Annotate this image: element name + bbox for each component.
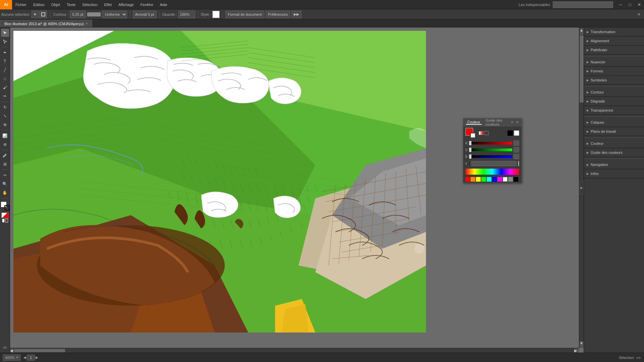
color-spectrum[interactable] bbox=[465, 169, 519, 175]
style-preview[interactable] bbox=[212, 11, 220, 18]
tool-direct-selection[interactable] bbox=[1, 38, 9, 46]
doc-format-btn[interactable]: Format de document bbox=[225, 11, 264, 18]
tool-paintbrush[interactable]: 🖌 bbox=[1, 83, 9, 92]
swatch-yellow[interactable] bbox=[476, 177, 481, 182]
page-prev-btn[interactable]: ◀ bbox=[23, 356, 26, 359]
swatch-black2[interactable] bbox=[514, 177, 518, 182]
r-slider[interactable] bbox=[469, 142, 512, 144]
tool-warp[interactable]: ⊕ bbox=[1, 121, 9, 129]
menu-edition[interactable]: Edition bbox=[30, 0, 48, 9]
alignement-header[interactable]: ▶ Alignement bbox=[584, 37, 644, 45]
canvas-area[interactable]: ▲ ▼ ◀ ▶ Couleur Guide des couleurs ≡ ✕ bbox=[10, 27, 584, 353]
fill-stroke-selector[interactable] bbox=[0, 201, 10, 210]
maximize-button[interactable]: □ bbox=[625, 0, 635, 9]
tool-scissors[interactable]: ✂ bbox=[1, 171, 9, 179]
menu-fichier[interactable]: Fichier bbox=[12, 0, 30, 9]
h-scroll-thumb[interactable] bbox=[15, 349, 65, 352]
zoom-control[interactable]: 400% ▼ bbox=[3, 354, 21, 361]
degrade-header[interactable]: ▶ Dégradé bbox=[584, 97, 644, 106]
page-input[interactable] bbox=[27, 355, 35, 361]
panel-close-btn[interactable]: ✕ bbox=[635, 11, 643, 18]
menu-affichage[interactable]: Affichage bbox=[115, 0, 137, 9]
transformation-header[interactable]: ▶ Transformation bbox=[584, 27, 644, 36]
transparence-header[interactable]: ▶ Transparence bbox=[584, 106, 644, 115]
tool-scale[interactable]: ⤡ bbox=[1, 112, 9, 120]
h-scroll-left-btn[interactable]: ◀ bbox=[10, 349, 15, 353]
swatch-magenta[interactable] bbox=[497, 177, 502, 182]
plans-travail-header[interactable]: ▶ Plans de travail bbox=[584, 127, 644, 136]
panel-menu-btn[interactable]: ≡ bbox=[511, 120, 513, 124]
formes-header[interactable]: ▶ Formes bbox=[584, 67, 644, 75]
contour-header[interactable]: ▶ Contour bbox=[584, 88, 644, 97]
menu-objet[interactable]: Objet bbox=[48, 0, 63, 9]
selection-tool-square[interactable] bbox=[40, 11, 47, 18]
nuancier-header[interactable]: ▶ Nuancier bbox=[584, 58, 644, 66]
v-slider[interactable] bbox=[469, 148, 512, 151]
pathfinder-header[interactable]: ▶ Pathfinder bbox=[584, 46, 644, 54]
tool-zoom[interactable]: 🔍 bbox=[1, 180, 9, 188]
v-scroll-thumb[interactable] bbox=[580, 36, 584, 103]
zoom-dropdown-icon[interactable]: ▼ bbox=[16, 356, 18, 359]
tool-blend[interactable]: ⊞ bbox=[1, 160, 9, 168]
guide-couleurs-tab[interactable]: Guide des couleurs bbox=[484, 118, 509, 126]
tool-graph[interactable]: 📊 bbox=[1, 132, 9, 140]
menu-aide[interactable]: Aide bbox=[157, 0, 171, 9]
swatch-cyan[interactable] bbox=[487, 177, 491, 182]
stroke-box[interactable] bbox=[4, 205, 10, 210]
none-color-icon[interactable] bbox=[484, 131, 489, 135]
tab-close-btn[interactable]: × bbox=[86, 22, 88, 25]
b-slider[interactable] bbox=[469, 155, 512, 158]
swatch-orange[interactable] bbox=[471, 177, 475, 182]
guide-couleurs-header[interactable]: ▶ Guide des couleurs bbox=[584, 148, 644, 157]
tool-type[interactable]: T bbox=[1, 57, 9, 65]
tool-eyedropper[interactable]: 💉 bbox=[1, 152, 9, 160]
hex-input[interactable] bbox=[471, 161, 517, 166]
close-button[interactable]: ✕ bbox=[635, 0, 644, 9]
stroke-color-swatch[interactable] bbox=[470, 132, 476, 138]
tool-pen[interactable]: ✒ bbox=[1, 49, 9, 57]
v-scroll-down-btn[interactable]: ▼ bbox=[580, 341, 584, 348]
menu-effet[interactable]: Effet bbox=[101, 0, 115, 9]
symboles-header[interactable]: ▶ Symboles bbox=[584, 76, 644, 84]
infos-header[interactable]: ▶ Infos bbox=[584, 169, 644, 178]
swatch-red[interactable] bbox=[465, 177, 470, 182]
menu-texte[interactable]: Texte bbox=[63, 0, 79, 9]
color-tab[interactable]: Couleur bbox=[466, 120, 482, 125]
tool-blob[interactable]: ✏ bbox=[1, 92, 9, 100]
h-scrollbar[interactable]: ◀ ▶ bbox=[10, 348, 579, 353]
tool-rect[interactable]: □ bbox=[1, 75, 9, 83]
couleur-header[interactable]: ▶ Couleur bbox=[584, 139, 644, 148]
tool-hand[interactable]: ✋ bbox=[1, 189, 9, 197]
stroke-type-select[interactable]: Uniforme bbox=[102, 11, 127, 18]
document-tab[interactable]: Bloc illustrator 2013.ai* @ 400% (CMJN/A… bbox=[0, 20, 92, 27]
minimize-button[interactable]: ─ bbox=[616, 0, 625, 9]
extra-tools-btn[interactable]: ▶▶ bbox=[291, 11, 302, 18]
swatch-gray[interactable] bbox=[508, 177, 513, 182]
none-icon[interactable] bbox=[2, 219, 8, 223]
navigation-header[interactable]: ▶ Navigation bbox=[584, 160, 644, 169]
opacity-input[interactable] bbox=[178, 11, 195, 18]
swatch-white2[interactable] bbox=[503, 177, 507, 182]
swatch-white[interactable] bbox=[514, 130, 519, 136]
tool-change-screen[interactable]: ▭ bbox=[1, 343, 9, 351]
calques-header[interactable]: ▶ Calques bbox=[584, 118, 644, 127]
contour-value-btn[interactable]: 0,25 pt bbox=[70, 11, 86, 18]
color-swatch-fill-stroke[interactable] bbox=[465, 128, 476, 138]
gradient-icon[interactable] bbox=[479, 131, 483, 135]
page-next-btn[interactable]: ▶ bbox=[36, 356, 38, 359]
tool-selection[interactable] bbox=[1, 29, 9, 37]
menu-fenetre[interactable]: Fenêtre bbox=[137, 0, 157, 9]
tool-symbol[interactable]: ⊛ bbox=[1, 140, 9, 148]
menu-selection[interactable]: Sélection bbox=[79, 0, 101, 9]
search-input[interactable] bbox=[553, 1, 613, 8]
corner-btn[interactable]: Arrondi 5 pt bbox=[133, 11, 157, 18]
swatch-blue[interactable] bbox=[492, 177, 497, 182]
h-scroll-right-btn[interactable]: ▶ bbox=[574, 349, 579, 353]
swatch-black[interactable] bbox=[507, 130, 513, 136]
panel-close-x[interactable]: ✕ bbox=[516, 120, 519, 124]
tool-line[interactable]: ╱ bbox=[1, 66, 9, 74]
swatch-green[interactable] bbox=[481, 177, 486, 182]
fill-stroke-toggle[interactable] bbox=[1, 213, 9, 218]
v-scroll-up-btn[interactable]: ▲ bbox=[580, 28, 584, 35]
tool-rotate[interactable]: ↻ bbox=[1, 103, 9, 111]
